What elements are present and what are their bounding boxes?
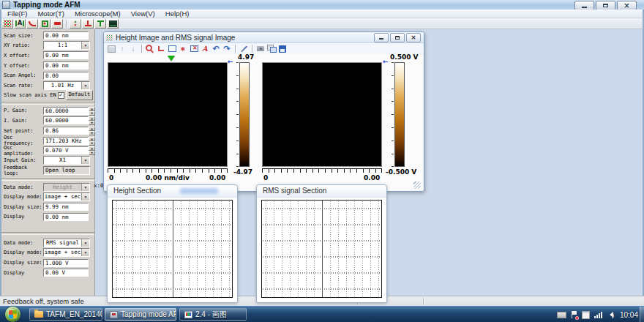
input-gain-select[interactable]: X1▼ [43,156,90,165]
stop-icon[interactable] [51,19,63,29]
menu-item-3[interactable]: View(V) [126,10,160,18]
slow-scan-checkbox[interactable] [58,92,64,99]
rms-section-plot[interactable] [261,200,382,298]
undo-icon[interactable] [211,44,221,53]
motor-updown-icon[interactable] [70,19,81,29]
osc-frequency-spinner[interactable]: ▲▼ [89,137,95,145]
cross-marker-icon[interactable] [178,44,188,53]
taskbar-button-paint[interactable]: 2.4 - 画图 [179,308,247,321]
child-close-button[interactable] [406,33,421,42]
set-point-spin-down-icon[interactable]: ▼ [89,131,95,135]
image-window[interactable]: Height Image and RMS signal Image ← 4.97… [103,31,424,192]
i-gain-spinner[interactable]: ▲▼ [89,116,95,124]
set-point-input[interactable] [43,127,89,135]
copy-image-icon[interactable] [266,44,277,53]
down-arrow-icon[interactable] [128,44,138,53]
save-icon[interactable] [277,44,288,53]
rms-display-size-input[interactable] [43,259,89,267]
scan-angel-input[interactable] [43,72,89,80]
height-colorbar[interactable] [239,62,250,167]
rms-display-mode-select[interactable]: image + sec▼ [43,248,90,257]
rms-colorbar[interactable] [394,62,405,167]
osc-amplitude-input[interactable] [43,146,89,154]
scan-size-input[interactable] [43,31,89,40]
menu-item-1[interactable]: Motor(T) [32,10,69,18]
taskbar-button-folder[interactable]: TAFM_EN_20140819 [29,308,102,321]
zoom-tool-icon[interactable] [145,44,155,53]
height-section-window[interactable]: Height Section [107,184,238,303]
chevron-down-icon[interactable]: ▼ [81,42,89,49]
height-data-mode-value: Height [44,184,81,191]
tip-retract-icon[interactable] [94,19,106,29]
chevron-down-icon[interactable]: ▼ [81,82,89,89]
rms-image-canvas[interactable] [262,62,382,167]
chevron-down-icon[interactable]: ▼ [81,184,89,191]
child-minimize-button[interactable] [374,33,389,42]
tip-approach-icon[interactable] [82,19,94,29]
network-signal-icon[interactable] [594,311,602,318]
osc-amplitude-spinner[interactable]: ▲▼ [89,146,95,154]
xy-ratio-select[interactable]: 1:1▼ [43,41,90,50]
scan-rate-label: Scan rate: [4,83,43,89]
p-gain-input[interactable] [43,107,89,115]
angle-tool-icon[interactable] [156,44,166,53]
chevron-down-icon[interactable]: ▼ [81,239,89,247]
rms-display-input[interactable] [43,269,89,277]
chevron-down-icon[interactable]: ▼ [81,193,89,201]
snapshot-icon[interactable] [255,44,266,53]
rect-select-icon[interactable] [167,44,177,53]
menu-item-2[interactable]: Microscope(M) [70,10,126,18]
osc-amplitude-spin-down-icon[interactable]: ▼ [89,151,95,155]
x-offset-input[interactable] [43,51,89,59]
i-gain-input[interactable] [43,116,89,124]
image-window-titlebar[interactable]: Height Image and RMS signal Image [104,32,424,43]
clock[interactable]: 10:04 [620,311,638,319]
frequency-sweep-icon[interactable] [14,19,26,29]
i-gain-spin-down-icon[interactable]: ▼ [89,121,95,125]
height-image-canvas[interactable] [108,62,228,167]
p-gain-spinner[interactable]: ▲▼ [89,107,95,115]
resize-grip[interactable] [413,181,421,189]
rms-section-titlebar[interactable]: RMS signal Section [257,185,386,198]
video-display-icon[interactable] [107,19,119,29]
text-label-icon[interactable] [200,44,210,53]
force-curve-icon[interactable] [26,19,38,29]
scan-pattern-icon[interactable] [1,19,13,29]
osc-frequency-input[interactable] [43,137,89,145]
height-display-size-input[interactable] [43,203,89,211]
image-clear-icon[interactable] [189,44,199,53]
height-data-mode-select[interactable]: Height▼ [43,183,90,192]
height-display-input[interactable] [43,213,89,221]
view-mode-tool-icon[interactable] [106,44,116,53]
action-center-flag-icon[interactable] [571,311,577,319]
redo-icon[interactable] [222,44,232,53]
scale-max-arrow-icon[interactable]: ← [228,59,233,65]
height-display-mode-select[interactable]: image + sec▼ [43,192,90,201]
rms-section-window[interactable]: RMS signal Section [256,184,387,303]
taskbar-button-afm[interactable]: Tapping mode AFM [105,308,176,321]
child-maximize-button[interactable] [390,33,405,42]
scan-rate-select[interactable]: 1.01 Hz▼ [43,81,90,90]
show-desktop-button[interactable] [640,307,644,322]
rms-data-mode-select[interactable]: RMS signal▼ [43,239,90,247]
set-point-label: Set point: [4,128,43,134]
start-button[interactable] [5,307,20,322]
chevron-down-icon[interactable]: ▼ [81,157,89,164]
chevron-down-icon[interactable]: ▼ [81,249,89,256]
osc-frequency-spin-down-icon[interactable]: ▼ [89,141,95,146]
default-button[interactable]: Default [66,90,94,100]
menu-item-4[interactable]: Help(H) [160,10,195,18]
laser-align-icon[interactable] [39,19,50,29]
keyboard-icon[interactable] [557,312,566,318]
volume-icon[interactable] [607,312,614,318]
p-gain-spin-down-icon[interactable]: ▼ [89,111,95,116]
up-arrow-icon[interactable] [117,44,127,53]
scale-max-arrow-icon[interactable]: ← [383,59,389,65]
menu-item-0[interactable]: File(F) [2,10,32,18]
set-point-spinner[interactable]: ▲▼ [89,127,95,135]
height-section-titlebar[interactable]: Height Section [108,185,237,198]
height-section-plot[interactable] [112,200,233,298]
y-offset-input[interactable] [43,61,89,70]
line-measure-icon[interactable] [239,44,249,53]
ime-icon[interactable] [582,311,590,319]
